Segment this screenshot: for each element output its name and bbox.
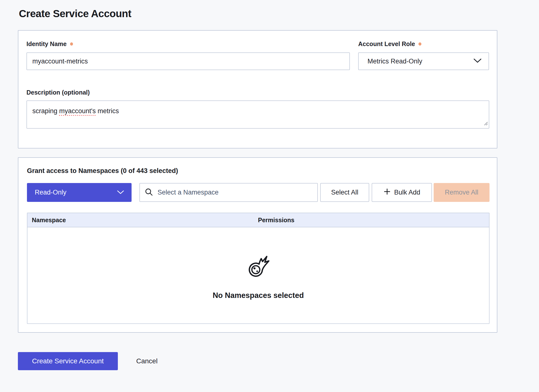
chevron-down-icon — [473, 58, 482, 64]
identity-name-field: Identity Name — [26, 40, 350, 70]
description-text: scraping — [32, 107, 59, 115]
create-service-account-button[interactable]: Create Service Account — [18, 352, 118, 370]
account-level-role-field: Account Level Role Metrics Read-Only — [358, 40, 489, 70]
permission-role-dropdown[interactable]: Read-Only — [27, 183, 132, 202]
description-field: Description (optional) scraping myaccoun… — [26, 89, 489, 129]
account-level-role-value: Metrics Read-Only — [368, 58, 422, 65]
description-misspelled-word: myaccount's — [59, 107, 96, 115]
resize-handle-icon[interactable] — [484, 120, 488, 127]
empty-state-message: No Namespaces selected — [213, 291, 304, 300]
namespaces-card: Grant access to Namespaces (0 of 443 sel… — [18, 157, 497, 333]
required-dot — [70, 42, 73, 46]
account-level-role-label: Account Level Role — [358, 40, 415, 48]
remove-all-label: Remove All — [445, 189, 478, 196]
comet-icon — [246, 255, 270, 280]
remove-all-button[interactable]: Remove All — [434, 183, 490, 202]
select-all-label: Select All — [331, 189, 358, 196]
description-label: Description (optional) — [26, 89, 90, 96]
footer-actions: Create Service Account Cancel — [18, 352, 159, 370]
column-header-namespace: Namespace — [32, 217, 66, 224]
identity-details-card: Identity Name Account Level Role Metrics… — [18, 30, 497, 148]
namespaces-toolbar: Read-Only Select All — [18, 183, 497, 202]
bulk-add-label: Bulk Add — [394, 189, 420, 196]
required-dot — [418, 42, 421, 46]
chevron-down-icon — [117, 189, 124, 196]
namespace-search — [139, 183, 318, 202]
identity-name-input[interactable] — [26, 52, 350, 70]
description-textarea[interactable]: scraping myaccount's metrics — [26, 100, 489, 129]
column-header-permissions: Permissions — [258, 217, 294, 224]
namespace-search-input[interactable] — [157, 183, 312, 202]
bulk-add-button[interactable]: Bulk Add — [372, 183, 432, 202]
page-title: Create Service Account — [19, 8, 131, 20]
create-service-account-page: Create Service Account Identity Name Acc… — [0, 0, 539, 392]
plus-icon — [383, 188, 391, 197]
namespaces-table-body: No Namespaces selected — [27, 227, 489, 324]
description-text: metrics — [96, 107, 119, 115]
namespaces-table: Namespace Permissions No Namespaces sele… — [27, 213, 490, 324]
identity-name-label: Identity Name — [26, 40, 67, 48]
namespaces-heading: Grant access to Namespaces (0 of 443 sel… — [27, 167, 178, 175]
permission-role-value: Read-Only — [35, 189, 66, 196]
search-icon — [145, 188, 153, 197]
namespaces-table-header: Namespace Permissions — [27, 213, 489, 227]
select-all-button[interactable]: Select All — [320, 183, 369, 202]
cancel-button[interactable]: Cancel — [135, 357, 159, 365]
account-level-role-select[interactable]: Metrics Read-Only — [358, 52, 489, 70]
